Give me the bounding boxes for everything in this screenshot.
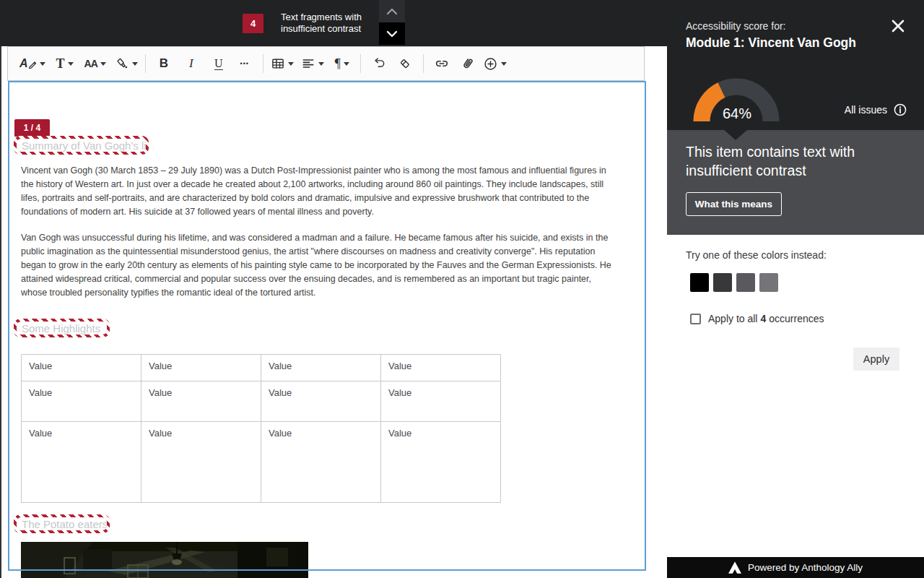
issue-message: This item contains text with insufficien… xyxy=(686,142,892,180)
heading-text: Summary of Van Gogh's life xyxy=(17,139,146,152)
overlay-label: Text fragments with insufficient contras… xyxy=(281,12,375,35)
table-cell[interactable]: Value xyxy=(22,422,141,503)
chevron-down-icon xyxy=(68,62,74,66)
paperclip-icon xyxy=(460,56,476,72)
clear-formatting-button[interactable] xyxy=(394,51,416,76)
gauge-pointer xyxy=(723,129,748,140)
issue-description-section: This item contains text with insufficien… xyxy=(667,130,924,235)
table-cell[interactable]: Value xyxy=(381,381,501,422)
toolbar-separator xyxy=(145,54,146,73)
flagged-heading-highlights[interactable]: Some Highlights xyxy=(14,319,110,337)
gauge-score-label: 64% xyxy=(714,105,760,122)
all-issues-row: All issues xyxy=(794,103,907,116)
color-swatch-1[interactable] xyxy=(690,273,709,292)
bold-icon: B xyxy=(160,56,168,71)
apply-all-checkbox[interactable] xyxy=(690,314,701,324)
table-cell[interactable]: Value xyxy=(22,381,141,422)
eraser-icon xyxy=(398,56,412,71)
page-left-edge xyxy=(0,46,1,578)
font-size-button[interactable]: AA xyxy=(84,51,106,76)
fill-color-icon xyxy=(115,56,129,71)
paragraph-icon: ¶ xyxy=(335,56,341,72)
ally-panel: Accessibility score for: Module 1: Vince… xyxy=(667,0,924,578)
toolbar-separator xyxy=(263,54,263,73)
screen: 4 Text fragments with insufficient contr… xyxy=(0,0,924,578)
apply-all-prefix: Apply to all xyxy=(708,313,757,324)
issue-position-badge: 1 / 4 xyxy=(14,119,50,137)
insert-content-button[interactable] xyxy=(483,51,507,76)
all-issues-label: All issues xyxy=(845,104,887,116)
chevron-down-icon xyxy=(344,62,349,66)
bold-button[interactable]: B xyxy=(153,51,175,76)
table-row: Value Value Value Value xyxy=(22,422,501,503)
paragraph-format-button[interactable]: ¶ xyxy=(331,51,353,76)
highlight-color-button[interactable] xyxy=(115,51,138,76)
toolbar-separator xyxy=(360,54,361,73)
ellipsis-icon: ••• xyxy=(240,60,249,67)
table-cell[interactable]: Value xyxy=(381,355,501,381)
color-swatch-4[interactable] xyxy=(759,273,778,292)
what-this-means-button[interactable]: What this means xyxy=(686,192,782,216)
score-eyebrow: Accessibility score for: xyxy=(686,20,785,32)
alignment-button[interactable] xyxy=(301,51,324,76)
apply-all-label: Apply to all 4 occurrences xyxy=(708,313,824,324)
heading-text: Some Highlights xyxy=(17,322,107,335)
chevron-down-icon xyxy=(132,62,138,66)
text-style-button[interactable]: T xyxy=(54,51,76,76)
powered-by-label: Powered by Anthology Ally xyxy=(748,562,863,573)
table-button[interactable] xyxy=(271,51,294,76)
color-swatch-2[interactable] xyxy=(713,273,732,292)
chevron-down-icon xyxy=(100,62,106,66)
color-swatch-3[interactable] xyxy=(736,273,755,292)
table-cell[interactable]: Value xyxy=(261,422,381,503)
text-color-icon: A xyxy=(19,57,28,70)
plus-circle-icon xyxy=(483,56,498,72)
heading-text: The Potato eaters xyxy=(17,517,107,530)
underline-button[interactable]: U xyxy=(208,51,230,76)
issue-navigation xyxy=(379,0,405,46)
painting-detail xyxy=(21,542,308,578)
suggestion-prompt: Try one of these colors instead: xyxy=(686,249,827,261)
next-issue-button[interactable] xyxy=(379,22,405,45)
apply-all-row: Apply to all 4 occurrences xyxy=(690,313,824,324)
chevron-down-icon xyxy=(501,62,507,66)
flagged-heading-potato-eaters[interactable]: The Potato eaters xyxy=(14,514,110,533)
table-icon xyxy=(271,56,285,71)
table-row: Value Value Value Value xyxy=(22,381,501,422)
chevron-down-icon xyxy=(318,62,324,66)
table-cell[interactable]: Value xyxy=(22,355,141,381)
color-swatches xyxy=(690,273,778,292)
chevron-down-icon xyxy=(385,30,398,38)
content-table: Value Value Value Value Value Value Valu… xyxy=(21,354,501,503)
module-title: Module 1: Vincent Van Gogh xyxy=(686,35,856,51)
all-issues-info-button[interactable] xyxy=(894,103,907,116)
close-icon xyxy=(890,18,906,34)
undo-button[interactable] xyxy=(368,51,390,76)
anthology-logo-icon xyxy=(728,561,741,574)
italic-icon: I xyxy=(189,56,193,71)
table-cell[interactable]: Value xyxy=(381,422,501,503)
issue-count-badge: 4 xyxy=(243,14,263,33)
paragraph-van-gogh-legacy[interactable]: Van Gogh was unsuccessful during his lif… xyxy=(21,231,616,300)
close-panel-button[interactable] xyxy=(889,17,907,36)
potato-eaters-image[interactable] xyxy=(21,542,308,578)
insert-link-button[interactable] xyxy=(431,51,453,76)
italic-button[interactable]: I xyxy=(180,51,202,76)
table-cell[interactable]: Value xyxy=(261,355,381,381)
editor-toolbar: A T AA B I U ••• xyxy=(7,46,645,81)
more-formatting-button[interactable]: ••• xyxy=(234,51,256,76)
table-cell[interactable]: Value xyxy=(261,381,381,422)
apply-button[interactable]: Apply xyxy=(853,348,899,371)
font-size-icon: AA xyxy=(84,58,97,69)
table-cell[interactable]: Value xyxy=(141,381,261,422)
underline-icon: U xyxy=(214,57,223,70)
text-style-icon: T xyxy=(56,56,65,72)
paragraph-van-gogh-life[interactable]: Vincent van Gogh (30 March 1853 – 29 Jul… xyxy=(21,164,616,219)
flagged-heading-summary[interactable]: Summary of Van Gogh's life xyxy=(14,136,149,155)
table-cell[interactable]: Value xyxy=(141,422,261,503)
toolbar-separator xyxy=(423,54,424,73)
previous-issue-button[interactable] xyxy=(379,0,405,22)
text-color-button[interactable]: A xyxy=(19,51,45,76)
attach-file-button[interactable] xyxy=(457,51,479,76)
table-cell[interactable]: Value xyxy=(141,355,261,381)
